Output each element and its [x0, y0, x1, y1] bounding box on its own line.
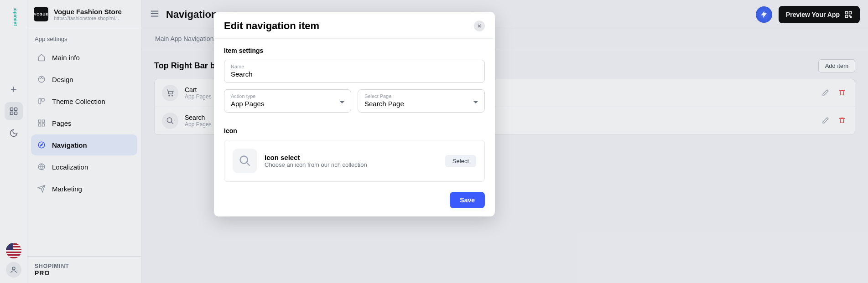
edit-navigation-item-modal: Edit navigation item Item settings Name …: [214, 12, 495, 216]
name-field[interactable]: Name: [224, 60, 485, 83]
close-icon: [477, 23, 482, 29]
icon-select-title: Icon select: [265, 154, 367, 161]
icon-section-label: Icon: [224, 127, 485, 134]
item-settings-label: Item settings: [224, 47, 485, 54]
modal-body: Item settings Name Action type App Pages…: [214, 38, 495, 185]
name-field-label: Name: [231, 64, 478, 69]
action-type-label: Action type: [231, 93, 344, 99]
name-input[interactable]: [231, 69, 478, 78]
modal-title: Edit navigation item: [224, 20, 319, 32]
icon-select-button[interactable]: Select: [445, 155, 476, 167]
select-page-select[interactable]: Select Page Search Page: [358, 89, 485, 113]
modal-close-button[interactable]: [474, 21, 485, 31]
action-type-select[interactable]: Action type App Pages: [224, 89, 351, 113]
modal-header: Edit navigation item: [214, 12, 495, 38]
save-button[interactable]: Save: [450, 192, 485, 208]
svg-point-27: [240, 156, 248, 164]
modal-footer: Save: [214, 185, 495, 216]
icon-select-sub: Choose an icon from our rich collection: [265, 161, 367, 168]
select-page-value: Search Page: [364, 99, 478, 108]
select-page-label: Select Page: [364, 93, 478, 99]
search-icon: [239, 154, 251, 167]
icon-select-card: Icon select Choose an icon from our rich…: [224, 140, 485, 182]
action-type-value: App Pages: [231, 99, 344, 108]
page-scrollbar[interactable]: [861, 0, 868, 283]
icon-preview: [233, 149, 257, 173]
